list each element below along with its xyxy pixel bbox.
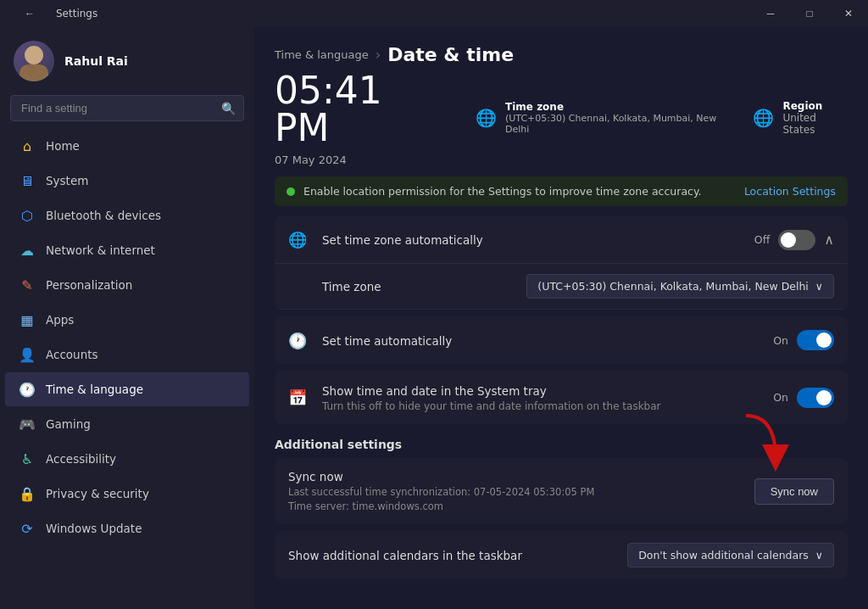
- personalization-icon: ✎: [19, 277, 36, 293]
- back-button[interactable]: ←: [10, 0, 49, 27]
- sidebar-item-apps[interactable]: ▦ Apps: [5, 303, 249, 337]
- sidebar-item-privacy[interactable]: 🔒 Privacy & security: [5, 477, 249, 511]
- sidebar-item-bluetooth[interactable]: ⬡ Bluetooth & devices: [5, 198, 249, 232]
- accessibility-icon: ♿: [19, 450, 36, 467]
- sidebar: Rahul Rai 🔍 ⌂ Home 🖥 System ⬡ Bluetooth …: [0, 27, 254, 609]
- avatar: [14, 41, 54, 81]
- timezone-dropdown-value: (UTC+05:30) Chennai, Kolkata, Mumbai, Ne…: [537, 280, 808, 293]
- sidebar-label-home: Home: [46, 139, 80, 153]
- system-tray-sublabel: Turn this off to hide your time and date…: [322, 400, 773, 412]
- network-icon: ☁: [19, 242, 36, 259]
- breadcrumb: Time & language › Date & time: [275, 44, 848, 65]
- auto-timezone-state: Off: [754, 233, 770, 246]
- sync-sub1: Last successful time synchronization: 07…: [288, 486, 594, 498]
- auto-timezone-label: Set time zone automatically: [322, 233, 483, 247]
- accounts-icon: 👤: [19, 346, 36, 363]
- sync-title: Sync now: [288, 470, 594, 483]
- calendars-label: Show additional calendars in the taskbar: [288, 549, 522, 562]
- sidebar-item-accessibility[interactable]: ♿ Accessibility: [5, 442, 249, 476]
- titlebar-title: Settings: [56, 8, 97, 20]
- system-tray-card: 📅 Show time and date in the System tray …: [275, 371, 848, 424]
- sidebar-label-timelang: Time & language: [46, 383, 143, 396]
- additional-settings-title: Additional settings: [275, 438, 848, 451]
- region-value: United States: [782, 112, 848, 136]
- current-time: 05:41 PM: [275, 72, 442, 147]
- breadcrumb-parent: Time & language: [275, 48, 369, 61]
- sidebar-item-network[interactable]: ☁ Network & internet: [5, 233, 249, 267]
- breadcrumb-separator: ›: [376, 47, 381, 63]
- status-dot: [287, 187, 295, 196]
- sidebar-label-network: Network & internet: [46, 243, 155, 257]
- auto-time-icon: 🕐: [288, 332, 312, 349]
- sidebar-item-personalization[interactable]: ✎ Personalization: [5, 268, 249, 302]
- calendars-card: Show additional calendars in the taskbar…: [275, 531, 848, 579]
- current-date: 07 May 2024: [275, 154, 442, 166]
- sidebar-label-privacy: Privacy & security: [46, 487, 149, 500]
- auto-time-label: Set time automatically: [322, 334, 452, 348]
- auto-timezone-toggle[interactable]: [778, 230, 815, 250]
- update-icon: ⟳: [19, 520, 36, 537]
- titlebar: ← Settings ─ □ ✕: [0, 0, 868, 27]
- apps-icon: ▦: [19, 311, 36, 328]
- sidebar-label-accessibility: Accessibility: [46, 452, 116, 466]
- auto-time-row: 🕐 Set time automatically On: [275, 316, 848, 364]
- breadcrumb-current: Date & time: [387, 44, 514, 65]
- sidebar-label-bluetooth: Bluetooth & devices: [46, 209, 161, 222]
- sidebar-label-personalization: Personalization: [46, 278, 132, 292]
- sidebar-label-gaming: Gaming: [46, 417, 91, 431]
- auto-time-state: On: [773, 334, 788, 347]
- timezone-dropdown[interactable]: (UTC+05:30) Chennai, Kolkata, Mumbai, Ne…: [526, 274, 834, 299]
- privacy-icon: 🔒: [19, 485, 36, 502]
- auto-timezone-card: 🌐 Set time zone automatically Off ∧ Time…: [275, 216, 848, 310]
- region-icon: 🌐: [753, 108, 774, 128]
- maximize-button[interactable]: □: [790, 0, 829, 27]
- calendars-dropdown-chevron: ∨: [815, 549, 823, 562]
- location-settings-link[interactable]: Location Settings: [744, 185, 836, 198]
- search-input[interactable]: [10, 95, 244, 121]
- search-icon: 🔍: [221, 102, 236, 115]
- timezone-dropdown-chevron: ∨: [815, 280, 823, 293]
- sidebar-label-system: System: [46, 174, 88, 187]
- sidebar-item-accounts[interactable]: 👤 Accounts: [5, 338, 249, 372]
- auto-timezone-icon: 🌐: [288, 231, 312, 249]
- main-content: Time & language › Date & time 05:41 PM 0…: [254, 27, 868, 609]
- search-box[interactable]: 🔍: [10, 95, 244, 121]
- timezone-value: (UTC+05:30) Chennai, Kolkata, Mumbai, Ne…: [505, 113, 732, 135]
- system-tray-label: Show time and date in the System tray: [322, 384, 547, 398]
- sidebar-label-apps: Apps: [46, 313, 74, 327]
- sync-sub2: Time server: time.windows.com: [288, 500, 594, 512]
- sidebar-label-accounts: Accounts: [46, 348, 98, 361]
- timezone-row-label: Time zone: [322, 280, 526, 293]
- timelang-icon: 🕐: [19, 381, 36, 398]
- user-name: Rahul Rai: [64, 54, 128, 68]
- calendars-dropdown-value: Don't show additional calendars: [638, 549, 809, 562]
- sidebar-item-system[interactable]: 🖥 System: [5, 164, 249, 198]
- auto-timezone-row: 🌐 Set time zone automatically Off ∧: [275, 216, 848, 264]
- minimize-button[interactable]: ─: [751, 0, 790, 27]
- home-icon: ⌂: [19, 137, 36, 154]
- sync-section: Sync now Last successful time synchroniz…: [275, 458, 848, 524]
- sidebar-item-update[interactable]: ⟳ Windows Update: [5, 511, 249, 545]
- auto-time-toggle[interactable]: [797, 330, 834, 350]
- sidebar-item-gaming[interactable]: 🎮 Gaming: [5, 407, 249, 441]
- close-button[interactable]: ✕: [829, 0, 868, 27]
- info-banner: Enable location permission for the Setti…: [275, 176, 848, 206]
- sidebar-item-timelang[interactable]: 🕐 Time & language: [5, 372, 249, 406]
- sidebar-nav: ⌂ Home 🖥 System ⬡ Bluetooth & devices ☁ …: [0, 128, 254, 609]
- info-banner-text: Enable location permission for the Setti…: [303, 185, 702, 198]
- timezone-select-row: Time zone (UTC+05:30) Chennai, Kolkata, …: [275, 264, 848, 310]
- calendars-dropdown[interactable]: Don't show additional calendars ∨: [627, 543, 834, 567]
- auto-timezone-chevron[interactable]: ∧: [824, 232, 834, 248]
- sync-card: Sync now Last successful time synchroniz…: [275, 458, 848, 524]
- region-label: Region: [782, 100, 848, 112]
- timezone-icon: 🌐: [476, 108, 497, 128]
- system-tray-icon: 📅: [288, 388, 312, 406]
- system-icon: 🖥: [19, 172, 36, 189]
- gaming-icon: 🎮: [19, 416, 36, 433]
- sync-now-button[interactable]: Sync now: [754, 478, 834, 505]
- system-tray-toggle[interactable]: [797, 388, 834, 408]
- user-profile: Rahul Rai: [0, 27, 254, 92]
- auto-time-card: 🕐 Set time automatically On: [275, 316, 848, 364]
- system-tray-row: 📅 Show time and date in the System tray …: [275, 371, 848, 424]
- sidebar-item-home[interactable]: ⌂ Home: [5, 129, 249, 163]
